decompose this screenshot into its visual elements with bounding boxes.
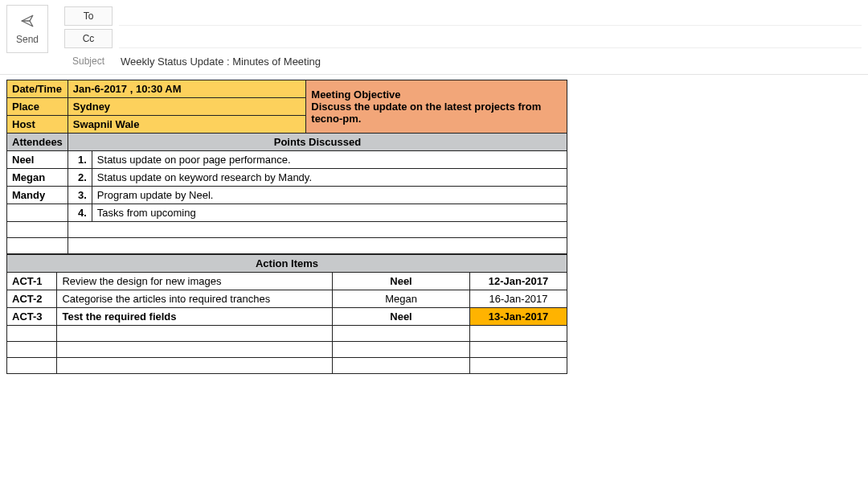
to-input[interactable] [119,6,862,26]
action-owner: Megan [332,290,469,308]
objective-label: Meeting Objective [311,88,562,101]
point-text: Program update by Neel. [92,187,567,204]
send-icon [20,14,35,31]
subject-input[interactable] [119,55,862,68]
action-row-empty [7,342,567,358]
to-button[interactable]: To [64,6,113,26]
cell-empty [7,222,68,238]
cc-input[interactable] [119,29,862,48]
action-id: ACT-2 [7,290,57,308]
action-owner: Neel [332,308,469,326]
send-label: Send [16,34,39,45]
point-num: 4. [68,204,92,222]
action-task: Test the required fields [57,308,332,326]
points-header: Points Discussed [68,134,567,151]
cell-empty [68,238,567,254]
action-date: 16-Jan-2017 [470,290,567,308]
attendee-empty [7,204,68,222]
point-num: 1. [68,151,92,169]
action-row: ACT-2 Categorise the articles into requi… [7,290,567,308]
cell-empty [7,238,68,254]
subject-label: Subject [64,56,113,67]
meeting-objective: Meeting Objective Discuss the update on … [306,80,567,134]
action-row-empty [7,358,567,374]
action-date: 13-Jan-2017 [470,308,567,326]
email-body[interactable]: Date/Time Jan-6-2017 , 10:30 AM Meeting … [0,75,868,379]
send-button[interactable]: Send [6,5,48,53]
action-id: ACT-1 [7,273,57,290]
action-date: 12-Jan-2017 [470,273,567,290]
action-owner: Neel [332,273,469,290]
attendee: Megan [7,169,68,187]
action-items-table: Action Items ACT-1 Review the design for… [6,254,567,374]
value-datetime: Jan-6-2017 , 10:30 AM [68,80,305,98]
action-row: ACT-1 Review the design for new images N… [7,273,567,290]
cc-button[interactable]: Cc [64,29,113,48]
attendees-header: Attendees [7,134,68,151]
value-host: Swapnil Wale [68,116,305,134]
objective-text: Discuss the update on the latest project… [311,101,562,125]
point-num: 3. [68,187,92,204]
cell-empty [68,222,567,238]
action-task: Review the design for new images [57,273,332,290]
action-row-empty [7,326,567,342]
action-task: Categorise the articles into required tr… [57,290,332,308]
point-text: Status update on poor page performance. [92,151,567,169]
label-place: Place [7,98,68,116]
attendee: Mandy [7,187,68,204]
point-text: Tasks from upcoming [92,204,567,222]
action-items-header: Action Items [7,255,567,273]
compose-header: Send To Cc Subject [0,0,868,75]
recipient-block: To Cc Subject [48,5,862,71]
point-text: Status update on keyword research by Man… [92,169,567,187]
point-num: 2. [68,169,92,187]
action-row: ACT-3 Test the required fields Neel 13-J… [7,308,567,326]
action-id: ACT-3 [7,308,57,326]
attendee: Neel [7,151,68,169]
label-datetime: Date/Time [7,80,68,98]
value-place: Sydney [68,98,305,116]
meeting-meta-table: Date/Time Jan-6-2017 , 10:30 AM Meeting … [6,80,567,254]
label-host: Host [7,116,68,134]
